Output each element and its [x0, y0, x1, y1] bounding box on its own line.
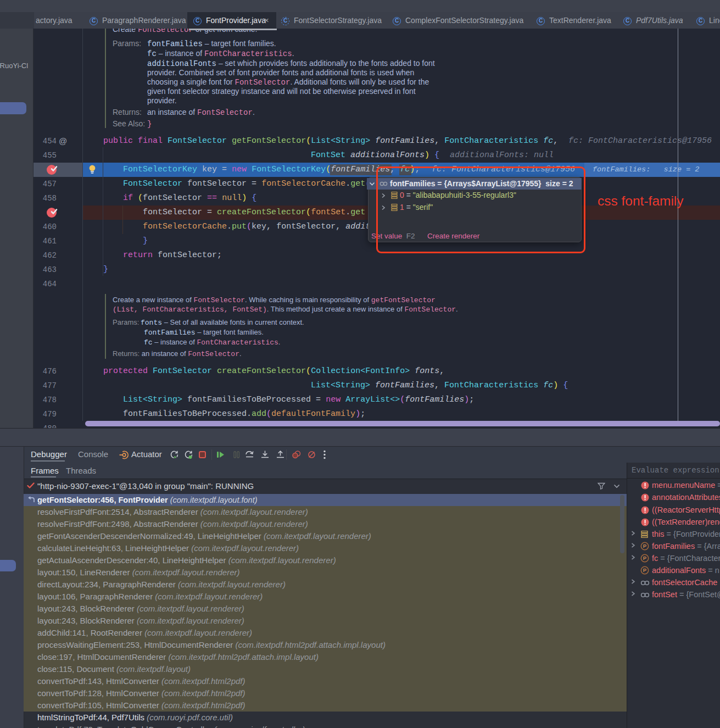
svg-text:P: P	[643, 567, 647, 573]
svg-text:P: P	[643, 555, 647, 561]
svg-text:P: P	[643, 543, 647, 549]
